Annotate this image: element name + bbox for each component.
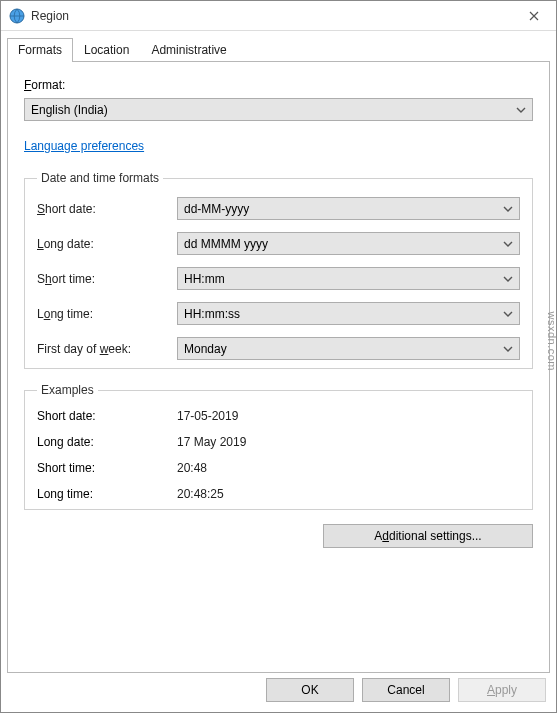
tab-body-formats: Format: English (India) Language prefere… bbox=[7, 61, 550, 673]
format-label: Format: bbox=[24, 78, 533, 92]
chevron-down-icon bbox=[503, 206, 513, 212]
mnemonic: A bbox=[487, 683, 495, 697]
close-icon bbox=[529, 11, 539, 21]
long-date-label: Long date: bbox=[37, 237, 177, 251]
example-long-date-value: 17 May 2019 bbox=[177, 435, 520, 449]
example-short-date-label: Short date: bbox=[37, 409, 177, 423]
chevron-down-icon bbox=[503, 241, 513, 247]
label-text: L bbox=[37, 307, 44, 321]
select-value: English (India) bbox=[31, 103, 108, 117]
label-text: hort date: bbox=[45, 202, 96, 216]
tab-label: Location bbox=[84, 43, 129, 57]
short-date-select[interactable]: dd-MM-yyyy bbox=[177, 197, 520, 220]
apply-button: Apply bbox=[458, 678, 546, 702]
label-text: ditional settings... bbox=[389, 529, 482, 543]
tab-administrative[interactable]: Administrative bbox=[140, 38, 237, 62]
label-text: First day of bbox=[37, 342, 100, 356]
label-text: pply bbox=[495, 683, 517, 697]
chevron-down-icon bbox=[503, 346, 513, 352]
region-dialog: Region Formats Location Administrative F… bbox=[0, 0, 557, 713]
select-value: HH:mm bbox=[184, 272, 225, 286]
short-time-select[interactable]: HH:mm bbox=[177, 267, 520, 290]
close-button[interactable] bbox=[511, 1, 556, 30]
label-text: S bbox=[37, 272, 45, 286]
select-value: Monday bbox=[184, 342, 227, 356]
additional-settings-row: Additional settings... bbox=[24, 524, 533, 548]
globe-icon bbox=[9, 8, 25, 24]
language-preferences-link[interactable]: Language preferences bbox=[24, 139, 144, 153]
example-short-time-value: 20:48 bbox=[177, 461, 520, 475]
button-label: OK bbox=[301, 683, 318, 697]
tab-label: Administrative bbox=[151, 43, 226, 57]
button-label: Apply bbox=[487, 683, 517, 697]
group-legend: Examples bbox=[37, 383, 98, 397]
titlebar: Region bbox=[1, 1, 556, 31]
example-long-date-label: Long date: bbox=[37, 435, 177, 449]
tab-formats[interactable]: Formats bbox=[7, 38, 73, 62]
tab-label: Formats bbox=[18, 43, 62, 57]
mnemonic: S bbox=[37, 202, 45, 216]
examples-group: Examples Short date: 17-05-2019 Long dat… bbox=[24, 383, 533, 510]
formats-grid: Short date: dd-MM-yyyy Long date: dd MMM… bbox=[37, 197, 520, 360]
label-text: ormat: bbox=[31, 78, 65, 92]
example-short-date-value: 17-05-2019 bbox=[177, 409, 520, 423]
chevron-down-icon bbox=[503, 311, 513, 317]
label-text: eek: bbox=[108, 342, 131, 356]
format-select[interactable]: English (India) bbox=[24, 98, 533, 121]
additional-settings-button[interactable]: Additional settings... bbox=[323, 524, 533, 548]
example-short-time-label: Short time: bbox=[37, 461, 177, 475]
dialog-buttons: OK Cancel Apply bbox=[266, 678, 546, 702]
mnemonic: d bbox=[382, 529, 389, 543]
button-label: Additional settings... bbox=[374, 529, 481, 543]
group-legend: Date and time formats bbox=[37, 171, 163, 185]
window-title: Region bbox=[31, 9, 511, 23]
long-time-label: Long time: bbox=[37, 307, 177, 321]
mnemonic: h bbox=[45, 272, 52, 286]
examples-grid: Short date: 17-05-2019 Long date: 17 May… bbox=[37, 409, 520, 501]
select-value: dd-MM-yyyy bbox=[184, 202, 249, 216]
chevron-down-icon bbox=[503, 276, 513, 282]
tabs: Formats Location Administrative bbox=[1, 31, 556, 61]
short-date-label: Short date: bbox=[37, 202, 177, 216]
mnemonic: L bbox=[37, 237, 44, 251]
label-text: ort time: bbox=[52, 272, 95, 286]
first-day-of-week-select[interactable]: Monday bbox=[177, 337, 520, 360]
label-text: ng time: bbox=[50, 307, 93, 321]
date-time-formats-group: Date and time formats Short date: dd-MM-… bbox=[24, 171, 533, 369]
tab-location[interactable]: Location bbox=[73, 38, 140, 62]
ok-button[interactable]: OK bbox=[266, 678, 354, 702]
select-value: HH:mm:ss bbox=[184, 307, 240, 321]
example-long-time-value: 20:48:25 bbox=[177, 487, 520, 501]
link-text: Language preferences bbox=[24, 139, 144, 153]
example-long-time-label: Long time: bbox=[37, 487, 177, 501]
cancel-button[interactable]: Cancel bbox=[362, 678, 450, 702]
chevron-down-icon bbox=[516, 107, 526, 113]
short-time-label: Short time: bbox=[37, 272, 177, 286]
watermark: wsxdn.com bbox=[546, 311, 557, 371]
long-time-select[interactable]: HH:mm:ss bbox=[177, 302, 520, 325]
long-date-select[interactable]: dd MMMM yyyy bbox=[177, 232, 520, 255]
first-day-of-week-label: First day of week: bbox=[37, 342, 177, 356]
select-value: dd MMMM yyyy bbox=[184, 237, 268, 251]
label-text: ong date: bbox=[44, 237, 94, 251]
button-label: Cancel bbox=[387, 683, 424, 697]
